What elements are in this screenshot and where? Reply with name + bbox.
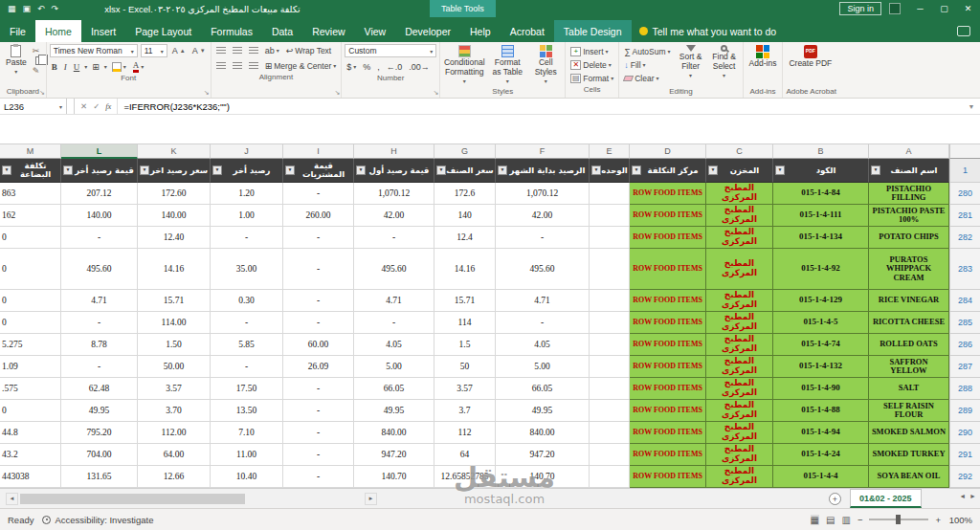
cell[interactable]: - bbox=[283, 183, 354, 205]
font-dialog-launcher[interactable]: ↘ bbox=[204, 89, 210, 97]
cell[interactable]: 60.00 bbox=[283, 334, 354, 356]
copy-icon[interactable] bbox=[35, 56, 43, 65]
fill-button[interactable]: ↓ Fill▾ bbox=[622, 58, 672, 71]
column-header-A[interactable]: A bbox=[869, 144, 949, 159]
cell[interactable]: 14.16 bbox=[138, 249, 211, 290]
find-select-button[interactable]: Find & Select▾ bbox=[709, 44, 740, 79]
cell[interactable]: 17.50 bbox=[211, 378, 283, 400]
column-header-G[interactable]: G bbox=[434, 144, 496, 159]
cell[interactable]: ROW FOOD ITEMS bbox=[630, 400, 706, 422]
ribbon-display-options-icon[interactable] bbox=[889, 3, 901, 14]
cell[interactable]: 35.00 bbox=[211, 249, 283, 290]
borders-icon[interactable]: ⊞ bbox=[90, 60, 101, 73]
cell[interactable]: PISTACHIO FILLING bbox=[869, 183, 949, 205]
expand-formula-bar-icon[interactable]: ▼ bbox=[963, 99, 980, 114]
cell[interactable]: 1.09 bbox=[0, 356, 61, 378]
name-box-arrow-icon[interactable]: ▾ bbox=[59, 103, 62, 110]
bold-button[interactable]: B bbox=[50, 60, 59, 73]
cell[interactable]: 15.71 bbox=[138, 290, 211, 312]
cell[interactable]: 015-1-4-132 bbox=[773, 356, 869, 378]
cell[interactable]: 64.00 bbox=[138, 444, 211, 466]
cell[interactable]: ROW FOOD ITEMS bbox=[630, 227, 706, 249]
autosum-button[interactable]: ∑ AutoSum▾ bbox=[622, 45, 672, 57]
row-number[interactable]: 1 bbox=[949, 159, 980, 183]
cell[interactable]: - bbox=[211, 356, 283, 378]
cell[interactable]: 112.00 bbox=[138, 422, 211, 444]
cell[interactable]: 12.40 bbox=[138, 227, 211, 249]
filter-dropdown-icon[interactable]: ▼ bbox=[63, 166, 73, 175]
cell[interactable]: 0 bbox=[0, 290, 61, 312]
cell[interactable]: .575 bbox=[0, 378, 61, 400]
cell[interactable]: 66.05 bbox=[354, 378, 434, 400]
cell[interactable] bbox=[590, 422, 630, 444]
cell[interactable]: 50 bbox=[434, 356, 496, 378]
cell[interactable]: 3.70 bbox=[138, 400, 211, 422]
cell[interactable]: - bbox=[283, 400, 354, 422]
cell[interactable]: ROW FOOD ITEMS bbox=[630, 356, 706, 378]
row-number[interactable]: 285 bbox=[949, 312, 980, 334]
cell[interactable]: 140.70 bbox=[354, 466, 434, 488]
cell[interactable]: 172.6 bbox=[434, 183, 496, 205]
filter-dropdown-icon[interactable]: ▼ bbox=[2, 166, 11, 175]
cell[interactable]: ROW FOOD ITEMS bbox=[630, 205, 706, 227]
font-color-icon[interactable]: A bbox=[133, 61, 140, 73]
ribbon-tab-insert[interactable]: Insert bbox=[81, 20, 125, 42]
cell[interactable]: 207.12 bbox=[61, 183, 138, 205]
filter-dropdown-icon[interactable]: ▼ bbox=[591, 166, 601, 175]
cell[interactable] bbox=[590, 334, 630, 356]
save-icon[interactable]: ▣ bbox=[23, 4, 32, 13]
accounting-format-icon[interactable]: $▾ bbox=[345, 60, 358, 73]
cell[interactable]: 015-1-4-129 bbox=[773, 290, 869, 312]
cell[interactable]: 015-1-4-5 bbox=[773, 312, 869, 334]
zoom-slider[interactable] bbox=[869, 519, 928, 520]
enter-entry-icon[interactable]: ✓ bbox=[93, 101, 100, 111]
cell[interactable]: - bbox=[61, 356, 138, 378]
cell[interactable]: - bbox=[496, 227, 590, 249]
comment-icon[interactable] bbox=[957, 26, 970, 36]
cell[interactable]: - bbox=[211, 312, 283, 334]
table-column-header[interactable]: ▼المخزن bbox=[706, 159, 773, 183]
cell[interactable]: 1.5 bbox=[434, 334, 496, 356]
cell[interactable]: PISTACHIO PASTE 100% bbox=[869, 205, 949, 227]
filter-dropdown-icon[interactable]: ▼ bbox=[498, 166, 507, 175]
cell[interactable]: 5.275 bbox=[0, 334, 61, 356]
cell[interactable]: 840.00 bbox=[354, 422, 434, 444]
cell[interactable]: المطبخ المركزى bbox=[706, 334, 773, 356]
undo-icon[interactable]: ↶ bbox=[37, 4, 45, 13]
cell[interactable]: 112 bbox=[434, 422, 496, 444]
cell[interactable]: 1,070.12 bbox=[496, 183, 590, 205]
cell[interactable]: 1.00 bbox=[211, 205, 283, 227]
cell[interactable]: 840.00 bbox=[496, 422, 590, 444]
cell[interactable]: 140.00 bbox=[138, 205, 211, 227]
name-box[interactable]: L236▾ bbox=[0, 99, 67, 114]
filter-dropdown-icon[interactable]: ▼ bbox=[356, 166, 366, 175]
cell[interactable]: 42.00 bbox=[354, 205, 434, 227]
cell[interactable]: ROW FOOD ITEMS bbox=[630, 183, 706, 205]
cell[interactable]: 12.4 bbox=[434, 227, 496, 249]
cell[interactable]: 4.71 bbox=[496, 290, 590, 312]
cell[interactable]: 015-1-4-24 bbox=[773, 444, 869, 466]
cell[interactable]: 131.65 bbox=[61, 466, 138, 488]
filter-dropdown-icon[interactable]: ▼ bbox=[140, 166, 149, 175]
zoom-slider-thumb[interactable] bbox=[896, 515, 901, 524]
cell[interactable] bbox=[590, 378, 630, 400]
insert-cells-button[interactable]: + Insert▾ bbox=[568, 45, 615, 57]
tell-me-box[interactable]: Tell me what you want to do bbox=[639, 20, 777, 42]
cell[interactable]: 43.2 bbox=[0, 444, 61, 466]
comma-style-icon[interactable]: , bbox=[375, 60, 382, 73]
cell[interactable]: المطبخ المركزى bbox=[706, 378, 773, 400]
cell[interactable]: SMOKED SALMON bbox=[869, 422, 949, 444]
cell[interactable] bbox=[590, 444, 630, 466]
number-dialog-launcher[interactable]: ↘ bbox=[433, 89, 438, 97]
cell[interactable]: 947.20 bbox=[354, 444, 434, 466]
cell[interactable]: - bbox=[283, 227, 354, 249]
cell[interactable] bbox=[590, 290, 630, 312]
filter-dropdown-icon[interactable]: ▼ bbox=[708, 166, 718, 175]
cell[interactable]: 495.60 bbox=[496, 249, 590, 290]
cell[interactable]: 863 bbox=[0, 183, 61, 205]
row-number[interactable]: 281 bbox=[949, 205, 980, 227]
cell[interactable]: - bbox=[211, 227, 283, 249]
table-column-header[interactable]: ▼قيمة رصيد أول bbox=[354, 159, 434, 183]
cell[interactable]: 015-1-4-134 bbox=[773, 227, 869, 249]
cell[interactable]: 140.70 bbox=[496, 466, 590, 488]
